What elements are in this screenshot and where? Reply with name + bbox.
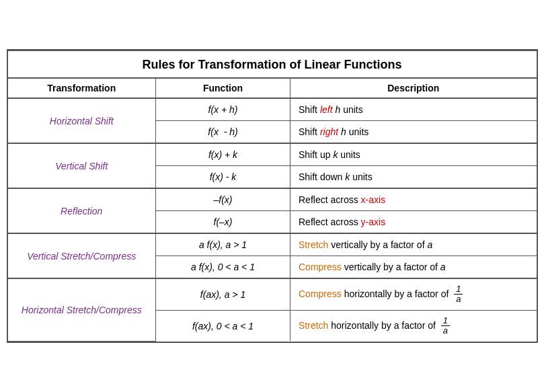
keyword-stretch: Stretch — [299, 239, 328, 250]
table-row: Reflection –f(x) Reflect across x-axis — [8, 188, 537, 211]
desc-cell: Reflect across y-axis — [290, 211, 537, 234]
desc-cell: Shift up k units — [290, 143, 537, 166]
function-cell: f(–x) — [156, 211, 290, 234]
desc-cell: Stretch horizontally by a factor of 1 a — [290, 310, 537, 341]
keyword-x-axis: x-axis — [361, 194, 386, 205]
keyword-compress-h: Compress — [299, 288, 342, 299]
transformation-table: Rules for Transformation of Linear Funct… — [8, 50, 537, 342]
desc-cell: Reflect across x-axis — [290, 188, 537, 211]
function-cell: f(ax), 0 < a < 1 — [156, 310, 290, 341]
transform-label-vertical-shift: Vertical Shift — [8, 143, 156, 188]
function-cell: a f(x), 0 < a < 1 — [156, 256, 290, 279]
keyword-y-axis: y-axis — [361, 217, 386, 227]
desc-cell: Compress vertically by a factor of a — [290, 256, 537, 279]
transform-label-reflection: Reflection — [8, 188, 156, 233]
function-cell: f(x + h) — [156, 98, 290, 121]
function-cell: f(x - h) — [156, 121, 290, 144]
table-row: Horizontal Shift f(x + h) Shift left h u… — [8, 98, 537, 121]
transform-label-vertical-stretch: Vertical Stretch/Compress — [8, 233, 156, 278]
function-cell: f(x) + k — [156, 143, 290, 166]
col-header-transformation: Transformation — [8, 78, 156, 98]
keyword-compress: Compress — [299, 262, 342, 272]
desc-cell: Stretch vertically by a factor of a — [290, 233, 537, 256]
desc-cell: Shift right h units — [290, 121, 537, 144]
transform-label-horizontal-stretch: Horizontal Stretch/Compress — [8, 278, 156, 341]
function-cell: f(ax), a > 1 — [156, 278, 290, 310]
col-header-description: Description — [290, 78, 537, 98]
table-row: Horizontal Stretch/Compress f(ax), a > 1… — [8, 278, 537, 310]
title-row: Rules for Transformation of Linear Funct… — [8, 51, 537, 79]
fraction-1-over-a: 1 a — [454, 284, 463, 305]
col-header-function: Function — [156, 78, 290, 98]
transform-label-horizontal-shift: Horizontal Shift — [8, 98, 156, 143]
desc-cell: Shift down k units — [290, 166, 537, 189]
table-row: Vertical Shift f(x) + k Shift up k units — [8, 143, 537, 166]
header-row: Transformation Function Description — [8, 78, 537, 98]
keyword-left: left — [320, 104, 333, 115]
function-cell: –f(x) — [156, 188, 290, 211]
keyword-right: right — [320, 126, 338, 137]
keyword-stretch-h: Stretch — [299, 319, 328, 330]
function-cell: a f(x), a > 1 — [156, 233, 290, 256]
fraction-1-over-a-2: 1 a — [441, 316, 450, 336]
function-cell: f(x) - k — [156, 166, 290, 189]
desc-cell: Compress horizontally by a factor of 1 a — [290, 278, 537, 310]
table-title: Rules for Transformation of Linear Funct… — [8, 51, 537, 79]
table-row: Vertical Stretch/Compress a f(x), a > 1 … — [8, 233, 537, 256]
desc-cell: Shift left h units — [290, 98, 537, 121]
main-table-wrapper: Rules for Transformation of Linear Funct… — [7, 49, 538, 343]
